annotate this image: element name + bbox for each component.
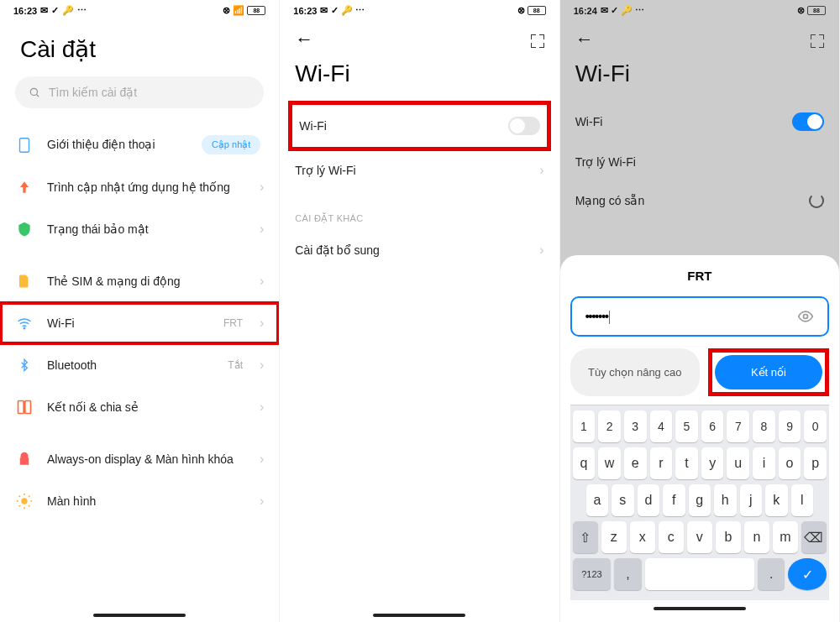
key-symbols[interactable]: ?123	[573, 558, 612, 590]
key-l[interactable]: l	[791, 484, 813, 516]
key-x[interactable]: x	[630, 521, 655, 553]
key-g[interactable]: g	[689, 484, 711, 516]
additional-settings-item[interactable]: Cài đặt bổ sung ›	[280, 231, 559, 269]
key-space[interactable]	[645, 558, 754, 590]
key-2[interactable]: 2	[598, 410, 621, 442]
status-time: 16:23	[13, 6, 37, 16]
key-k[interactable]: k	[765, 484, 787, 516]
key-6[interactable]: 6	[701, 410, 724, 442]
wifi-item[interactable]: Wi-Fi FRT ›	[0, 302, 279, 344]
svg-line-11	[19, 496, 20, 497]
key-5[interactable]: 5	[675, 410, 698, 442]
key-8[interactable]: 8	[753, 410, 775, 442]
key-c[interactable]: c	[659, 521, 684, 553]
svg-rect-5	[25, 401, 31, 414]
key-enter[interactable]: ✓	[788, 558, 827, 590]
key-e[interactable]: e	[624, 447, 647, 479]
aod-item[interactable]: Always-on display & Màn hình khóa ›	[0, 438, 279, 480]
back-button[interactable]: ←	[295, 29, 313, 50]
password-input[interactable]: •••••••	[570, 296, 829, 337]
key-9[interactable]: 9	[779, 410, 801, 442]
refresh-icon[interactable]	[809, 193, 824, 208]
page-title: Cài đặt	[0, 18, 279, 76]
nav-bar[interactable]	[654, 607, 746, 610]
qr-scan-button[interactable]	[811, 34, 824, 44]
share-item[interactable]: Kết nối & chia sẻ ›	[0, 386, 279, 428]
svg-line-13	[19, 505, 20, 506]
security-status-item[interactable]: Trạng thái bảo mật ›	[0, 208, 279, 250]
key-b[interactable]: b	[716, 521, 741, 553]
bluetooth-item[interactable]: Bluetooth Tắt ›	[0, 344, 279, 386]
wifi-toggle[interactable]	[792, 112, 824, 131]
key-d[interactable]: d	[638, 484, 659, 516]
key-7[interactable]: 7	[727, 410, 749, 442]
key-q[interactable]: q	[573, 447, 596, 479]
wifi-toggle[interactable]	[508, 117, 540, 135]
wifi-icon	[15, 314, 34, 332]
show-password-icon[interactable]	[797, 308, 814, 325]
key-z[interactable]: z	[601, 521, 627, 553]
key-u[interactable]: u	[727, 447, 749, 479]
key-backspace[interactable]: ⌫	[801, 521, 827, 553]
key-4[interactable]: 4	[650, 410, 673, 442]
qr-scan-button[interactable]	[531, 34, 544, 44]
wifi-assistant-item[interactable]: Trợ lý Wi-Fi ›	[280, 151, 559, 190]
key-a[interactable]: a	[586, 484, 608, 516]
svg-rect-2	[20, 138, 29, 152]
wifi-connect-panel: 16:24 ✉ ✓ 🔑 ⋯ ⊗ 88 ← Wi-Fi Wi-Fi Trợ lý …	[560, 0, 840, 622]
key-r[interactable]: r	[650, 447, 673, 479]
wifi-toggle-highlight: Wi-Fi	[288, 101, 550, 151]
status-time: 16:23	[293, 6, 317, 16]
nav-bar[interactable]	[93, 614, 186, 617]
display-item[interactable]: Màn hình ›	[0, 480, 279, 522]
wifi-toggle-item[interactable]: Wi-Fi	[292, 105, 546, 147]
key-comma[interactable]: ,	[614, 558, 642, 590]
check-icon: ✓	[51, 5, 59, 16]
key-p[interactable]: p	[804, 447, 827, 479]
key-1[interactable]: 1	[573, 410, 596, 442]
key-j[interactable]: j	[740, 484, 762, 516]
key-3[interactable]: 3	[624, 410, 647, 442]
key-f[interactable]: f	[663, 484, 685, 516]
status-bar: 16:23 ✉ ✓ 🔑 ⋯ ⊗ 88	[280, 0, 559, 18]
key-w[interactable]: w	[598, 447, 621, 479]
advanced-options-button[interactable]: Tùy chọn nâng cao	[570, 348, 700, 396]
bluetooth-icon	[15, 356, 34, 374]
sim-item[interactable]: Thẻ SIM & mạng di động ›	[0, 260, 279, 302]
status-bar: 16:24 ✉ ✓ 🔑 ⋯ ⊗ 88	[560, 0, 839, 18]
wifi-toggle-item[interactable]: Wi-Fi	[560, 101, 839, 143]
back-button[interactable]: ←	[575, 29, 594, 50]
page-title: Wi-Fi	[280, 57, 559, 101]
connect-button[interactable]: Kết nối	[715, 355, 822, 389]
sim-icon	[15, 272, 34, 290]
other-settings-header: CÀI ĐẶT KHÁC	[280, 190, 559, 231]
wifi-assistant-item[interactable]: Trợ lý Wi-Fi ›	[560, 143, 839, 181]
key-period[interactable]: .	[758, 558, 785, 590]
nav-bar[interactable]	[373, 614, 465, 617]
key-0[interactable]: 0	[804, 410, 827, 442]
key-o[interactable]: o	[779, 447, 801, 479]
about-phone-item[interactable]: Giới thiệu điện thoại Cập nhật	[0, 123, 279, 166]
network-name: FRT	[570, 269, 829, 283]
keyboard-row-asdf: asdfghjkl	[573, 484, 827, 516]
key-i[interactable]: i	[753, 447, 775, 479]
svg-point-15	[803, 315, 807, 319]
chevron-right-icon: ›	[260, 180, 264, 195]
update-badge: Cập nhật	[202, 135, 260, 154]
svg-point-0	[30, 88, 37, 95]
key-h[interactable]: h	[714, 484, 736, 516]
key-shift[interactable]: ⇧	[573, 521, 598, 553]
search-input[interactable]: Tìm kiếm cài đặt	[15, 76, 264, 108]
update-arrow-icon	[15, 178, 34, 196]
share-icon	[15, 398, 34, 416]
chevron-right-icon: ›	[260, 274, 264, 289]
key-y[interactable]: y	[701, 447, 724, 479]
lock-icon	[15, 450, 34, 468]
system-update-item[interactable]: Trình cập nhật ứng dụng hệ thống ›	[0, 166, 279, 208]
wifi-signal-icon: 📶	[233, 5, 244, 16]
key-v[interactable]: v	[687, 521, 712, 553]
key-m[interactable]: m	[773, 521, 798, 553]
key-s[interactable]: s	[612, 484, 633, 516]
key-n[interactable]: n	[744, 521, 769, 553]
key-t[interactable]: t	[675, 447, 698, 479]
